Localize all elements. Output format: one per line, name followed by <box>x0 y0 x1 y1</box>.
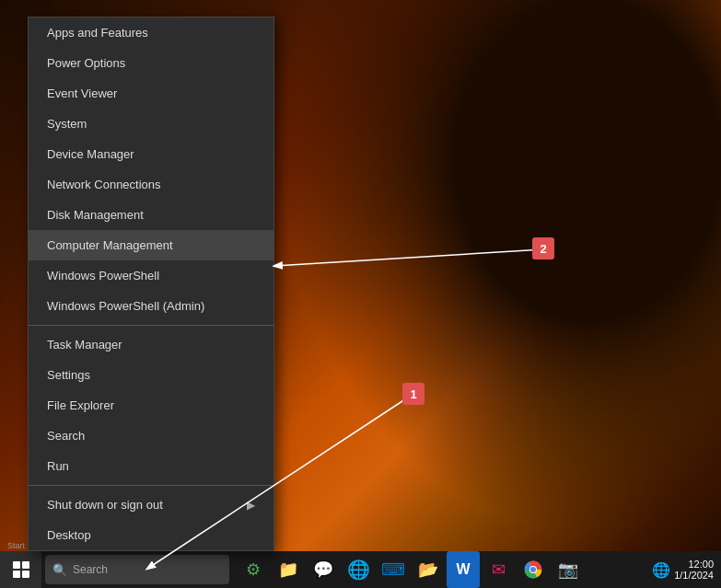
menu-item-label-windows-powershell-admin: Windows PowerShell (Admin) <box>47 299 204 313</box>
taskbar: 🔍 Search ⚙ 📁 💬 🌐 ⌨ 📂 W ✉ 📷 🌐 12:00 <box>0 551 721 588</box>
menu-item-label-windows-powershell: Windows PowerShell <box>47 269 159 282</box>
menu-item-label-file-explorer: File Explorer <box>47 398 114 412</box>
menu-item-settings[interactable]: Settings <box>29 360 273 390</box>
menu-item-event-viewer[interactable]: Event Viewer <box>29 78 273 109</box>
menu-item-apps-features[interactable]: Apps and Features <box>29 17 273 48</box>
taskbar-app-edge[interactable]: 🌐 <box>342 551 375 588</box>
taskbar-app-mail[interactable]: ✉ <box>482 551 515 588</box>
menu-item-windows-powershell[interactable]: Windows PowerShell <box>29 260 273 291</box>
menu-divider-after-windows-powershell-admin <box>29 325 273 326</box>
menu-item-label-disk-management: Disk Management <box>47 208 144 222</box>
menu-item-label-shut-down-sign-out: Shut down or sign out <box>47 498 163 512</box>
menu-item-search[interactable]: Search <box>29 421 273 451</box>
menu-arrow-shut-down-sign-out: ▶ <box>247 499 255 512</box>
taskbar-app-files[interactable]: 📁 <box>272 551 305 588</box>
menu-item-label-run: Run <box>47 459 69 473</box>
taskbar-search-icon: 🔍 <box>52 563 67 577</box>
annotation-badge-2: 2 <box>532 237 554 259</box>
annotation-2: 2 <box>532 237 554 259</box>
menu-item-label-apps-features: Apps and Features <box>47 26 148 40</box>
start-button[interactable] <box>0 551 41 588</box>
taskbar-app-word[interactable]: W <box>447 551 480 588</box>
menu-item-desktop[interactable]: Desktop <box>29 520 273 550</box>
menu-item-disk-management[interactable]: Disk Management <box>29 200 273 230</box>
annotation-badge-1: 1 <box>402 383 424 405</box>
taskbar-search-label: Search <box>73 563 108 576</box>
menu-item-label-network-connections: Network Connections <box>47 178 161 191</box>
menu-item-label-desktop: Desktop <box>47 528 91 542</box>
menu-item-device-manager[interactable]: Device Manager <box>29 139 273 169</box>
menu-item-computer-management[interactable]: Computer Management <box>29 230 273 260</box>
taskbar-app-folder[interactable]: 📂 <box>412 551 445 588</box>
taskbar-right-area: 🌐 12:00 1/1/2024 <box>652 559 721 581</box>
taskbar-clock: 12:00 1/1/2024 <box>674 559 714 581</box>
menu-item-label-device-manager: Device Manager <box>47 147 134 161</box>
menu-item-system[interactable]: System <box>29 109 273 139</box>
taskbar-app-chat[interactable]: 💬 <box>307 551 340 588</box>
svg-point-5 <box>530 567 536 572</box>
menu-item-label-search: Search <box>47 429 85 443</box>
menu-item-label-event-viewer: Event Viewer <box>47 86 117 100</box>
menu-item-label-system: System <box>47 117 87 131</box>
menu-item-power-options[interactable]: Power Options <box>29 48 273 78</box>
menu-item-shut-down-sign-out[interactable]: Shut down or sign out▶ <box>29 490 273 520</box>
annotation-1: 1 <box>402 383 424 405</box>
menu-item-network-connections[interactable]: Network Connections <box>29 169 273 200</box>
taskbar-app-vscode[interactable]: ⌨ <box>377 551 410 588</box>
taskbar-search-box[interactable]: 🔍 Search <box>45 555 229 584</box>
taskbar-network-icon: 🌐 <box>652 561 670 579</box>
taskbar-app-antivirus[interactable]: ⚙ <box>237 551 270 588</box>
menu-item-label-power-options: Power Options <box>47 56 125 70</box>
menu-item-file-explorer[interactable]: File Explorer <box>29 390 273 421</box>
taskbar-app-camera[interactable]: 📷 <box>552 551 585 588</box>
menu-divider-after-run <box>29 485 273 486</box>
menu-item-run[interactable]: Run <box>29 451 273 481</box>
menu-item-label-computer-management: Computer Management <box>47 238 173 252</box>
windows-logo-icon <box>13 561 29 578</box>
taskbar-app-chrome[interactable] <box>517 551 550 588</box>
menu-item-label-task-manager: Task Manager <box>47 338 122 352</box>
menu-item-label-settings: Settings <box>47 368 90 382</box>
menu-item-windows-powershell-admin[interactable]: Windows PowerShell (Admin) <box>29 291 273 321</box>
taskbar-app-icons: ⚙ 📁 💬 🌐 ⌨ 📂 W ✉ 📷 <box>237 551 585 588</box>
start-label-text: Start <box>7 541 25 550</box>
wallpaper-overlay <box>279 0 721 534</box>
context-menu: Apps and FeaturesPower OptionsEvent View… <box>28 17 274 551</box>
menu-item-task-manager[interactable]: Task Manager <box>29 329 273 360</box>
